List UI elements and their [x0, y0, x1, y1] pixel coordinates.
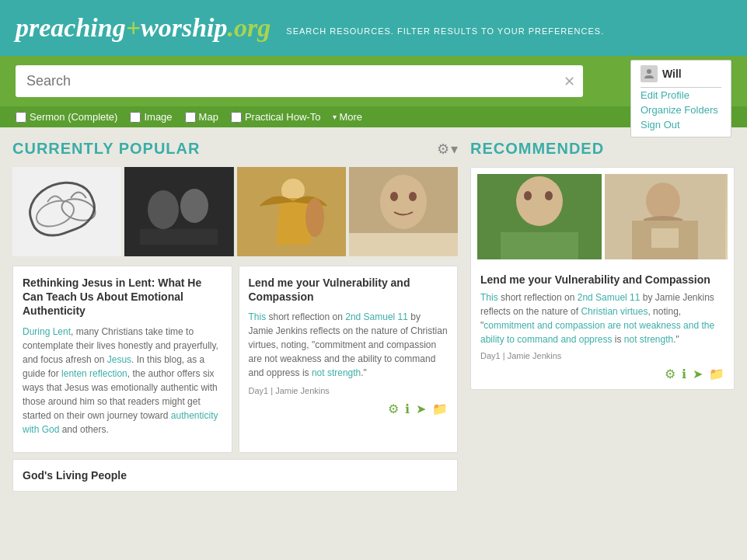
svg-point-21	[646, 183, 680, 220]
left-column: CURRENTLY POPULAR ⚙ ▾	[12, 140, 458, 492]
recommended-article-actions: ⚙ ℹ ➤ 📁	[480, 367, 724, 381]
filter-sermon[interactable]: Sermon (Complete)	[16, 111, 117, 123]
rec-body-text: This short reflection on 2nd Samuel 11 b…	[480, 292, 714, 345]
article-1-body-text: During Lent, many Christians take time t…	[23, 326, 218, 435]
rec-info-icon[interactable]: ℹ	[682, 367, 686, 381]
article-2-actions: ⚙ ℹ ➤ 📁	[249, 402, 449, 416]
svg-point-16	[516, 176, 563, 226]
face-scene-image	[349, 167, 458, 256]
search-input[interactable]	[16, 65, 583, 97]
article-2-folder-icon[interactable]: 📁	[432, 402, 448, 416]
svg-point-11	[380, 175, 427, 229]
angel-scene-image	[237, 167, 346, 256]
filter-sermon-label: Sermon (Complete)	[30, 111, 117, 123]
svg-point-4	[148, 190, 179, 229]
filter-practical-label: Practical How-To	[245, 111, 321, 123]
search-input-wrap: ✕	[16, 65, 583, 97]
filter-practical[interactable]: Practical How-To	[231, 111, 321, 123]
user-panel: Will Edit Profile Organize Folders Sign …	[630, 60, 731, 137]
popular-thumb-2[interactable]	[124, 167, 233, 256]
popular-thumb-4[interactable]	[349, 167, 458, 256]
filter-more-label: More	[339, 111, 362, 123]
article-1-title: Rethinking Jesus in Lent: What He Can Te…	[23, 276, 222, 318]
filter-more-button[interactable]: ▾ More	[333, 111, 362, 123]
sign-out-link[interactable]: Sign Out	[641, 117, 721, 132]
svg-point-1	[33, 196, 78, 231]
right-column: RECOMMENDED	[470, 140, 735, 492]
filter-map-label: Map	[199, 111, 218, 123]
rec-share-icon[interactable]: ➤	[693, 367, 703, 381]
svg-point-2	[60, 196, 98, 224]
filter-image[interactable]: Image	[130, 111, 172, 123]
popular-image-grid	[12, 167, 458, 256]
article-2-body: This short reflection on 2nd Samuel 11 b…	[249, 310, 449, 380]
svg-rect-6	[140, 229, 218, 245]
svg-point-12	[390, 192, 398, 201]
article-2-title: Lend me your Vulnerability and Compassio…	[249, 276, 449, 304]
filter-map-checkbox[interactable]	[185, 112, 196, 123]
dark-scene-image	[124, 167, 233, 256]
recommended-section-header: RECOMMENDED	[470, 140, 735, 158]
header: preaching+worship.org SEARCH RESOURCES. …	[0, 0, 747, 56]
rec-folder-icon[interactable]: 📁	[709, 367, 724, 381]
svg-rect-14	[349, 233, 458, 256]
recommended-card: Lend me your Vulnerability and Compassio…	[470, 167, 735, 390]
gear-icon: ⚙	[437, 141, 449, 158]
user-links: Edit Profile Organize Folders Sign Out	[641, 88, 721, 132]
garden-image	[477, 174, 602, 259]
tagline: SEARCH RESOURCES. FILTER RESULTS TO YOUR…	[286, 26, 604, 36]
filter-image-checkbox[interactable]	[130, 112, 141, 123]
popular-section-title: CURRENTLY POPULAR	[12, 140, 200, 158]
logo-text: preaching+worship.org	[16, 13, 271, 43]
recommended-thumb-1[interactable]	[477, 174, 602, 259]
svg-point-17	[524, 191, 532, 200]
article-2-gear-icon[interactable]: ⚙	[388, 402, 399, 416]
popular-settings-button[interactable]: ⚙ ▾	[437, 141, 458, 158]
search-area: ✕ Will Edit Profile Organize Folders Sig…	[0, 56, 747, 106]
article-2-meta: Day1 | Jamie Jenkins	[249, 386, 449, 395]
recommended-images	[471, 168, 734, 266]
recommended-article-title: Lend me your Vulnerability and Compassio…	[480, 273, 724, 286]
popular-thumb-1[interactable]	[12, 167, 121, 256]
article-card-1: Rethinking Jesus in Lent: What He Can Te…	[12, 266, 232, 453]
recommended-article-meta: Day1 | Jamie Jenkins	[480, 351, 724, 360]
svg-rect-19	[501, 232, 578, 259]
logo-main: preaching+worship	[16, 13, 228, 42]
recommended-article: Lend me your Vulnerability and Compassio…	[471, 266, 734, 389]
next-article-title: God's Living People	[23, 469, 448, 482]
recommended-thumb-2[interactable]	[605, 174, 728, 259]
logo: preaching+worship.org	[16, 13, 271, 43]
user-panel-header: Will	[641, 65, 721, 88]
svg-point-13	[409, 192, 417, 201]
article-1-body: During Lent, many Christians take time t…	[23, 325, 222, 437]
hands-sketch-image	[12, 167, 121, 256]
article-card-2: Lend me your Vulnerability and Compassio…	[239, 266, 459, 453]
rec-gear-icon[interactable]: ⚙	[665, 367, 675, 381]
user-name: Will	[662, 68, 682, 80]
svg-point-9	[305, 198, 324, 237]
recommended-section-title: RECOMMENDED	[470, 140, 604, 158]
search-clear-button[interactable]: ✕	[564, 73, 575, 90]
svg-point-18	[545, 191, 553, 200]
filter-more-arrow: ▾	[333, 113, 337, 121]
popular-thumb-3[interactable]	[237, 167, 346, 256]
filter-practical-checkbox[interactable]	[231, 112, 242, 123]
recommended-article-body: This short reflection on 2nd Samuel 11 b…	[480, 290, 724, 346]
organize-folders-link[interactable]: Organize Folders	[641, 103, 721, 117]
filter-image-label: Image	[144, 111, 172, 123]
next-article-card: God's Living People	[12, 459, 458, 492]
svg-point-0	[647, 69, 651, 74]
svg-point-5	[180, 189, 208, 223]
popular-section-header: CURRENTLY POPULAR ⚙ ▾	[12, 140, 458, 158]
filter-sermon-checkbox[interactable]	[16, 112, 26, 123]
filter-map[interactable]: Map	[185, 111, 218, 123]
edit-profile-link[interactable]: Edit Profile	[641, 88, 721, 103]
article-2-share-icon[interactable]: ➤	[416, 402, 426, 416]
article-2-body-text: This short reflection on 2nd Samuel 11 b…	[249, 311, 448, 378]
user-avatar-icon	[641, 65, 658, 82]
reading-image	[605, 174, 728, 259]
article-2-info-icon[interactable]: ℹ	[405, 402, 410, 416]
chevron-down-icon: ▾	[451, 141, 458, 158]
main-content: CURRENTLY POPULAR ⚙ ▾	[0, 127, 747, 504]
articles-row: Rethinking Jesus in Lent: What He Can Te…	[12, 266, 458, 453]
